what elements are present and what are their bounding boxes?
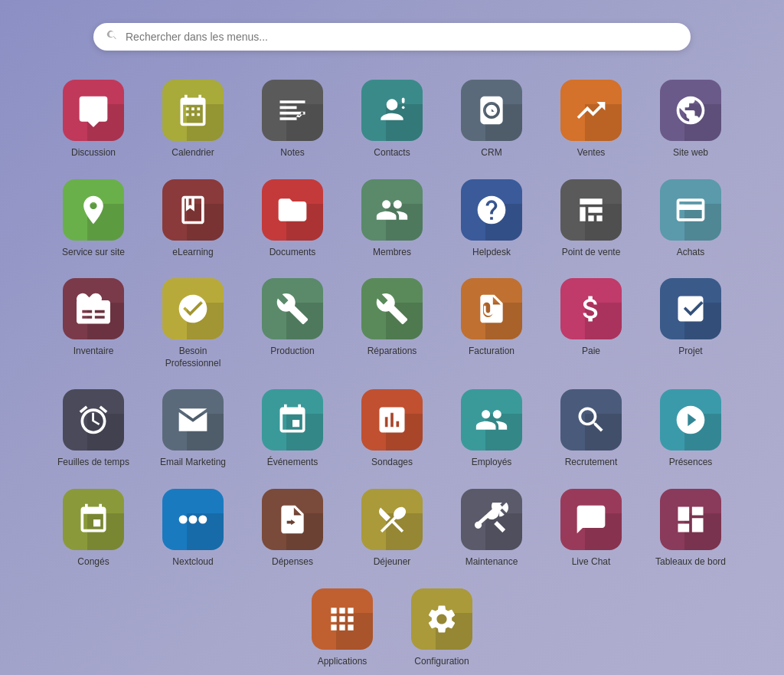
app-label-tableaux-de-bord: Tableaux de bord (655, 556, 726, 569)
app-label-contacts: Contacts (374, 147, 410, 159)
app-icon-conges (63, 489, 124, 550)
app-icon-notes (262, 80, 323, 141)
app-label-maintenance: Maintenance (466, 556, 518, 569)
app-icon-facturation (461, 278, 522, 339)
app-item-facturation[interactable]: Facturation (446, 272, 537, 375)
app-item-configuration[interactable]: Configuration (396, 582, 488, 674)
app-icon-presences (660, 389, 721, 451)
app-label-feuilles-de-temps: Feuilles de temps (57, 457, 129, 469)
app-label-applications: Applications (318, 656, 368, 668)
app-item-paie[interactable]: Paie (545, 272, 637, 375)
app-item-tableaux-de-bord[interactable]: Tableaux de bord (645, 483, 737, 575)
app-item-applications[interactable]: Applications (296, 582, 388, 674)
app-item-crm[interactable]: CRM (446, 74, 537, 165)
app-icon-membres (361, 179, 423, 241)
app-icon-paie (560, 278, 622, 339)
svg-rect-1 (402, 106, 405, 110)
app-label-configuration: Configuration (414, 656, 469, 668)
app-label-paie: Paie (582, 346, 600, 358)
app-label-evenements: Événements (267, 457, 318, 469)
app-icon-employes (461, 389, 522, 451)
app-label-email-marketing: Email Marketing (160, 457, 226, 469)
app-item-elearning[interactable]: eLearning (147, 173, 239, 265)
svg-point-2 (395, 312, 400, 317)
app-item-maintenance[interactable]: Maintenance (446, 483, 537, 575)
app-icon-site-web (660, 80, 721, 141)
app-item-recrutement[interactable]: Recrutement (545, 383, 637, 475)
app-label-service-sur-site: Service sur site (62, 247, 125, 259)
app-label-projet: Projet (678, 346, 702, 358)
app-icon-nextcloud (162, 489, 224, 550)
app-label-production: Production (270, 346, 314, 358)
app-label-employes: Employés (472, 457, 512, 469)
app-label-recrutement: Recrutement (565, 457, 618, 469)
app-label-ventes: Ventes (577, 147, 606, 159)
app-label-helpdesk: Helpdesk (472, 247, 511, 259)
search-icon (106, 29, 118, 44)
app-icon-dejeuner (361, 489, 423, 550)
app-item-documents[interactable]: Documents (247, 173, 338, 265)
app-icon-projet (660, 278, 721, 339)
app-label-nextcloud: Nextcloud (172, 556, 213, 569)
app-icon-applications (312, 588, 373, 650)
app-label-reparations: Réparations (368, 346, 417, 358)
app-item-ventes[interactable]: Ventes (545, 74, 637, 165)
app-label-live-chat: Live Chat (572, 556, 611, 569)
app-label-depenses: Dépenses (272, 556, 313, 569)
svg-point-3 (189, 515, 198, 523)
app-label-membres: Membres (373, 247, 411, 259)
app-label-documents: Documents (270, 247, 316, 259)
app-label-conges: Congés (77, 556, 109, 569)
app-label-site-web: Site web (673, 147, 708, 159)
app-item-feuilles-de-temps[interactable]: Feuilles de temps (47, 383, 139, 475)
app-item-notes[interactable]: Notes (247, 74, 338, 165)
app-label-facturation: Facturation (469, 346, 514, 358)
app-item-nextcloud[interactable]: Nextcloud (147, 483, 239, 575)
app-icon-tableaux-de-bord (660, 489, 721, 550)
app-item-conges[interactable]: Congés (47, 483, 139, 575)
app-icon-maintenance (461, 489, 522, 550)
app-item-besoin-professionnel[interactable]: Besoin Professionnel (147, 272, 239, 375)
app-item-calendrier[interactable]: Calendrier (147, 74, 239, 165)
app-icon-elearning (162, 179, 224, 241)
app-item-discussion[interactable]: Discussion (47, 74, 139, 165)
app-label-point-de-vente: Point de vente (562, 247, 621, 259)
app-icon-feuilles-de-temps (63, 389, 124, 451)
app-item-contacts[interactable]: Contacts (346, 74, 438, 165)
app-icon-recrutement (560, 389, 622, 451)
app-item-depenses[interactable]: Dépenses (247, 483, 338, 575)
app-item-live-chat[interactable]: Live Chat (545, 483, 637, 575)
app-icon-evenements (262, 389, 323, 451)
app-item-site-web[interactable]: Site web (645, 74, 737, 165)
app-label-discussion: Discussion (71, 147, 116, 159)
app-item-dejeuner[interactable]: Déjeuner (346, 483, 438, 575)
app-icon-achats (660, 179, 721, 241)
app-item-employes[interactable]: Employés (446, 383, 537, 475)
app-item-evenements[interactable]: Événements (247, 383, 338, 475)
app-icon-live-chat (560, 489, 622, 550)
app-item-inventaire[interactable]: Inventaire (47, 272, 139, 375)
app-item-email-marketing[interactable]: Email Marketing (147, 383, 239, 475)
app-icon-configuration (411, 588, 472, 650)
app-item-projet[interactable]: Projet (645, 272, 737, 375)
app-item-sondages[interactable]: Sondages (346, 383, 438, 475)
app-label-inventaire: Inventaire (74, 346, 114, 358)
app-icon-production (262, 278, 323, 339)
app-item-service-sur-site[interactable]: Service sur site (47, 173, 139, 265)
search-input[interactable] (126, 31, 678, 43)
app-label-calendrier: Calendrier (172, 147, 214, 159)
app-label-besoin-professionnel: Besoin Professionnel (150, 346, 236, 369)
app-icon-helpdesk (461, 179, 522, 241)
app-label-sondages: Sondages (371, 457, 413, 469)
app-item-membres[interactable]: Membres (346, 173, 438, 265)
app-item-achats[interactable]: Achats (645, 173, 737, 265)
app-icon-service-sur-site (63, 179, 124, 241)
app-label-elearning: eLearning (172, 247, 213, 259)
app-item-reparations[interactable]: Réparations (346, 272, 438, 375)
app-icon-reparations (361, 278, 423, 339)
app-item-production[interactable]: Production (247, 272, 338, 375)
app-icon-calendrier (162, 80, 224, 141)
app-item-helpdesk[interactable]: Helpdesk (446, 173, 537, 265)
app-item-presences[interactable]: Présences (645, 383, 737, 475)
app-item-point-de-vente[interactable]: Point de vente (545, 173, 637, 265)
